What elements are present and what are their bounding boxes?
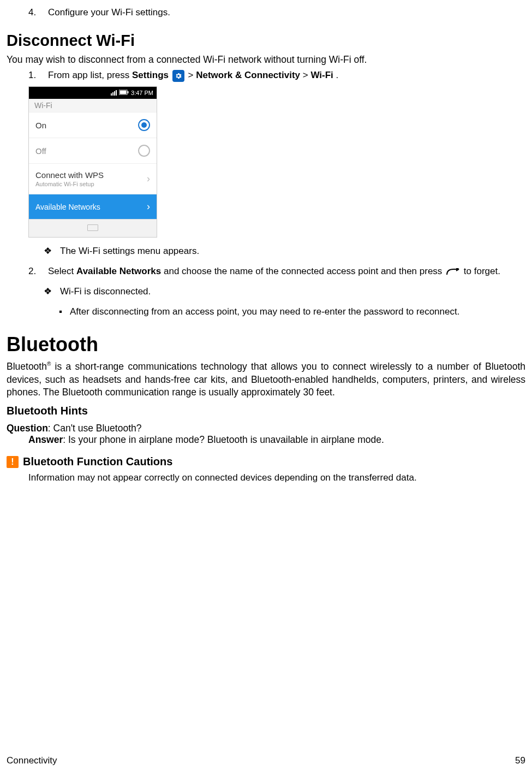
note-text: After disconnecting from an access point… (70, 306, 459, 318)
footer-page-number: 59 (515, 755, 525, 766)
wps-subtitle: Automatic Wi-Fi setup (35, 181, 104, 187)
square-bullet-icon: ▪ (59, 306, 62, 318)
label-available-networks: Available Networks (76, 266, 161, 276)
available-networks-row: Available Networks › (29, 194, 157, 219)
home-bar (29, 219, 157, 237)
label-network-connectivity: Network & Connectivity (196, 70, 300, 80)
footer-section: Connectivity (7, 755, 57, 766)
battery-icon (119, 90, 129, 96)
label-settings: Settings (132, 70, 169, 80)
back-icon (446, 268, 460, 276)
text: Select (48, 266, 76, 276)
answer-text: : Is your phone in airplane mode? Blueto… (63, 434, 384, 445)
text: From app list, press (48, 70, 132, 80)
screen-title: Wi-Fi (29, 99, 157, 112)
diamond-bullet-icon: ❖ (44, 286, 52, 298)
wifi-on-row: On (29, 112, 157, 138)
answer-label: Answer (28, 434, 63, 445)
wifi-off-row: Off (29, 138, 157, 163)
heading-text: Bluetooth Function Cautions (23, 455, 172, 468)
result-bullet: ❖ The Wi-Fi settings menu appears. (44, 245, 525, 258)
chevron-icon: › (147, 173, 150, 185)
chevron-icon: › (147, 201, 150, 212)
text: to forget. (464, 266, 500, 276)
heading-bluetooth-cautions: ! Bluetooth Function Cautions (7, 455, 525, 468)
step-number: 2. (28, 265, 40, 278)
step-text: Configure your Wi-Fi settings. (48, 7, 525, 19)
qa-block: Question: Can't use Bluetooth? Answer: I… (7, 423, 525, 446)
radio-on-icon (138, 119, 150, 131)
paragraph-bluetooth-intro: Bluetooth® is a short-range communicatio… (7, 360, 525, 399)
caution-icon: ! (7, 456, 19, 468)
result-text: The Wi-Fi settings menu appears. (60, 245, 199, 258)
result-text: Wi-Fi is disconnected. (60, 286, 151, 298)
step-text: From app list, press Settings > Network … (48, 69, 525, 82)
step-2: 2. Select Available Networks and choose … (28, 265, 525, 278)
paragraph-cautions: Information may not appear correctly on … (28, 472, 525, 483)
question-text: : Can't use Bluetooth? (48, 423, 142, 434)
step-1: 1. From app list, press Settings > Netwo… (28, 69, 525, 82)
status-time: 3:47 PM (131, 90, 153, 96)
diamond-bullet-icon: ❖ (44, 245, 52, 258)
text: Bluetooth (7, 361, 47, 372)
text: is a short-range communications technolo… (7, 361, 525, 398)
step-number: 1. (28, 69, 40, 82)
heading-disconnect-wifi: Disconnect Wi-Fi (7, 31, 525, 50)
paragraph-disconnect-intro: You may wish to disconnect from a connec… (7, 54, 525, 67)
result-bullet: ❖ Wi-Fi is disconnected. (44, 286, 525, 298)
signal-icon (111, 90, 117, 96)
step-number: 4. (28, 7, 40, 19)
home-key-icon (87, 224, 98, 231)
label-available-networks: Available Networks (35, 203, 100, 211)
heading-bluetooth-hints: Bluetooth Hints (7, 405, 525, 417)
step-text: Select Available Networks and choose the… (48, 265, 525, 278)
step-4: 4. Configure your Wi-Fi settings. (28, 7, 525, 19)
label-on: On (35, 121, 46, 130)
wps-title: Connect with WPS (35, 170, 104, 180)
svg-rect-1 (120, 91, 127, 94)
status-bar: 3:47 PM (29, 87, 157, 99)
page-footer: Connectivity 59 (7, 755, 525, 766)
answer-line: Answer: Is your phone in airplane mode? … (28, 434, 525, 446)
note-bullet: ▪ After disconnecting from an access poi… (59, 306, 525, 318)
heading-bluetooth: Bluetooth (7, 333, 525, 356)
radio-off-icon (138, 145, 150, 157)
label-wps: Connect with WPS Automatic Wi-Fi setup (35, 170, 104, 187)
settings-icon (172, 70, 184, 82)
text: and choose the name of the connected acc… (164, 266, 445, 276)
svg-rect-2 (128, 91, 129, 93)
label-wifi: Wi-Fi (310, 70, 333, 80)
text-gt: > (303, 70, 311, 80)
text-dot: . (336, 70, 339, 80)
question-label: Question (7, 423, 48, 434)
phone-screenshot: 3:47 PM Wi-Fi On Off Connect with WPS Au… (28, 86, 157, 238)
question-line: Question: Can't use Bluetooth? (7, 423, 525, 434)
label-off: Off (35, 146, 46, 156)
text-gt: > (188, 70, 196, 80)
wps-row: Connect with WPS Automatic Wi-Fi setup › (29, 163, 157, 194)
